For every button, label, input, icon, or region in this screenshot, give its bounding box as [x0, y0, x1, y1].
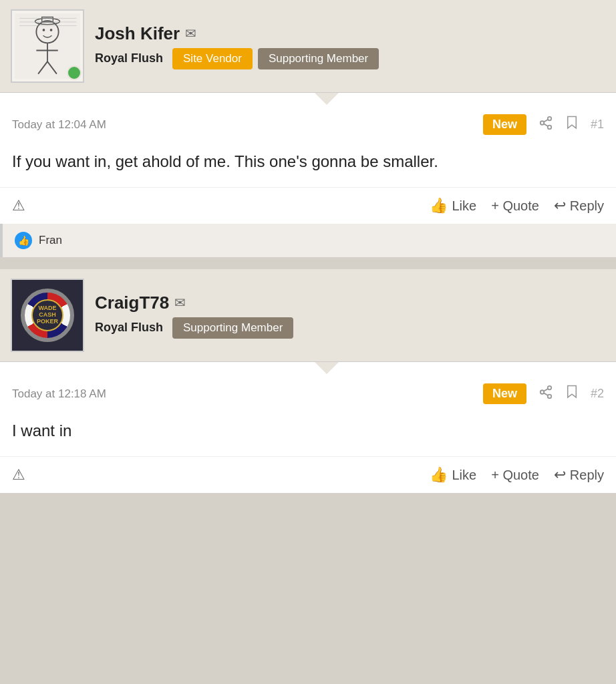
post-2-action-left: ⚠ — [12, 466, 25, 484]
post-1-arrow-container — [0, 93, 616, 105]
post-2-actions: ⚠ 👍 Like + Quote ↩ Reply — [0, 456, 616, 493]
svg-line-21 — [544, 393, 548, 395]
post-2-username: CraigT78 — [95, 293, 169, 313]
svg-point-13 — [548, 117, 552, 121]
like-thumb-icon: 👍 — [15, 232, 32, 249]
post-divider — [0, 263, 616, 269]
reply-label: Reply — [570, 198, 604, 214]
post-2-username-row: CraigT78 ✉ — [95, 293, 605, 313]
post-2-new-badge[interactable]: New — [483, 383, 526, 404]
share-icon[interactable] — [538, 116, 553, 134]
bookmark-icon[interactable] — [565, 116, 579, 134]
post-1-likes-row: 👍 Fran — [0, 224, 616, 257]
post-2-quote-button[interactable]: + Quote — [491, 468, 539, 483]
post-2-badge-supporting: Supporting Member — [172, 317, 293, 339]
post-2-rank: Royal Flush — [95, 321, 163, 335]
like-label: Like — [452, 198, 476, 214]
post-1-number: #1 — [591, 118, 604, 132]
post-2-avatar-chip: WADE CASHPOKER — [12, 280, 83, 351]
svg-line-17 — [544, 120, 548, 122]
post-2-timestamp: Today at 12:18 AM — [12, 387, 106, 401]
post-1-badge-vendor: Site Vendor — [172, 48, 253, 69]
svg-line-22 — [544, 389, 548, 391]
post-2-reply-icon: ↩ — [554, 466, 566, 484]
svg-point-6 — [43, 29, 45, 31]
svg-line-16 — [544, 124, 548, 126]
post-2-reply-button[interactable]: ↩ Reply — [554, 466, 604, 484]
post-1-content: If you want in, get ahold of me. This on… — [0, 142, 616, 187]
quote-label: + Quote — [491, 198, 539, 214]
post-2-user-header: WADE CASHPOKER CraigT78 ✉ Royal Flush Su… — [0, 269, 616, 362]
post-2-meta: Today at 12:18 AM New #2 — [0, 374, 616, 411]
alert-icon[interactable]: ⚠ — [12, 197, 25, 214]
post-2-like-icon: 👍 — [430, 466, 448, 484]
svg-point-7 — [50, 29, 53, 31]
post-1-action-right: 👍 Like + Quote ↩ Reply — [430, 197, 604, 214]
quote-button[interactable]: + Quote — [491, 198, 539, 214]
post-1-actions: ⚠ 👍 Like + Quote ↩ Reply — [0, 187, 616, 224]
mail-icon[interactable]: ✉ — [185, 25, 196, 41]
post-2-reply-label: Reply — [570, 468, 604, 483]
post-1-new-badge[interactable]: New — [483, 114, 526, 135]
post-2: WADE CASHPOKER CraigT78 ✉ Royal Flush Su… — [0, 269, 616, 493]
post-1-badges-row: Royal Flush Site Vendor Supporting Membe… — [95, 48, 605, 69]
post-2-arrow — [315, 362, 339, 374]
post-2-like-label: Like — [452, 468, 476, 483]
post-1-user-header: Josh Kifer ✉ Royal Flush Site Vendor Sup… — [0, 0, 616, 93]
post-1: Josh Kifer ✉ Royal Flush Site Vendor Sup… — [0, 0, 616, 257]
post-2-meta-right: New #2 — [483, 383, 604, 404]
post-1-action-left: ⚠ — [12, 197, 25, 214]
like-button[interactable]: 👍 Like — [430, 197, 476, 214]
post-1-avatar-wrap — [11, 9, 84, 83]
post-2-content: I want in — [0, 411, 616, 456]
post-2-avatar: WADE CASHPOKER — [11, 279, 84, 352]
post-1-username: Josh Kifer — [95, 23, 180, 44]
post-2-user-info: CraigT78 ✉ Royal Flush Supporting Member — [95, 293, 605, 339]
post-2-avatar-wrap: WADE CASHPOKER — [11, 279, 84, 352]
post-1-badge-supporting: Supporting Member — [258, 48, 379, 69]
like-icon: 👍 — [430, 197, 448, 214]
post-1-meta-right: New #1 — [483, 114, 604, 135]
post-2-arrow-container — [0, 362, 616, 374]
online-indicator — [67, 65, 82, 80]
post-2-alert-icon[interactable]: ⚠ — [12, 466, 25, 484]
post-1-arrow — [315, 93, 339, 105]
post-2-mail-icon[interactable]: ✉ — [174, 295, 186, 311]
svg-point-18 — [548, 386, 552, 390]
svg-point-15 — [548, 126, 552, 130]
reply-icon: ↩ — [554, 197, 566, 214]
post-2-share-icon[interactable] — [538, 385, 553, 403]
chip-inner: WADE CASHPOKER — [31, 299, 63, 331]
post-2-action-right: 👍 Like + Quote ↩ Reply — [430, 466, 604, 484]
reply-button[interactable]: ↩ Reply — [554, 197, 604, 214]
post-2-quote-label: + Quote — [491, 468, 539, 483]
post-1-rank: Royal Flush — [95, 51, 163, 65]
post-1-username-row: Josh Kifer ✉ — [95, 23, 605, 44]
post-1-liker: Fran — [39, 234, 62, 247]
post-2-badges-row: Royal Flush Supporting Member — [95, 317, 605, 339]
svg-point-14 — [541, 121, 545, 125]
post-2-bookmark-icon[interactable] — [565, 385, 579, 403]
post-2-like-button[interactable]: 👍 Like — [430, 466, 476, 484]
svg-point-20 — [548, 395, 552, 399]
post-2-number: #2 — [591, 387, 604, 401]
post-1-timestamp: Today at 12:04 AM — [12, 118, 106, 132]
svg-point-19 — [541, 390, 545, 394]
post-1-user-info: Josh Kifer ✉ Royal Flush Site Vendor Sup… — [95, 23, 605, 69]
post-1-meta: Today at 12:04 AM New #1 — [0, 105, 616, 142]
chip-circle: WADE CASHPOKER — [21, 289, 74, 342]
